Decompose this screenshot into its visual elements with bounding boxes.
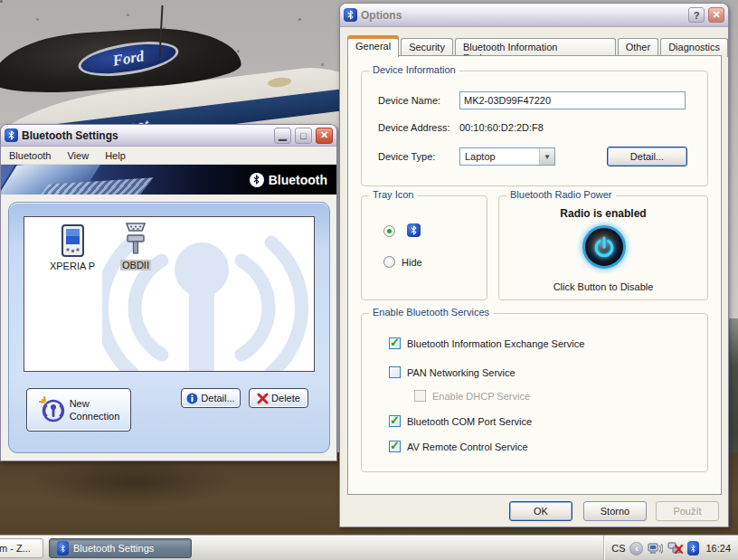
menu-help[interactable]: Help: [97, 150, 134, 161]
device-name-label: Device Name:: [378, 95, 440, 106]
group-legend: Device Information: [369, 64, 459, 75]
system-tray: CS ‹ 16:24: [603, 536, 738, 560]
device-label: XPERIA P: [50, 261, 95, 271]
service-checkbox-com-port[interactable]: [389, 415, 401, 427]
service-checkbox-av-remote[interactable]: [389, 441, 401, 452]
detail-button[interactable]: Detail...: [181, 388, 241, 408]
tab-other[interactable]: Other: [618, 38, 659, 57]
bt-content-panel: XPERIA P OBDII: [8, 202, 330, 453]
collapse-chevron-icon[interactable]: ‹: [629, 542, 643, 555]
tray-show-radio[interactable]: [383, 225, 395, 237]
bluetooth-settings-window: Bluetooth Settings ▁ □ ✕ Bluetooth View …: [0, 124, 337, 461]
bt-titlebar[interactable]: Bluetooth Settings ▁ □ ✕: [1, 125, 336, 147]
obd-adapter-icon: [118, 221, 154, 257]
device-list-area[interactable]: XPERIA P OBDII: [24, 216, 315, 372]
service-checkbox-dhcp: [414, 390, 426, 402]
power-icon: [591, 233, 618, 261]
detail-label: Detail...: [201, 393, 234, 403]
taskbar-button-bluetooth-settings[interactable]: Bluetooth Settings: [49, 538, 192, 558]
hide-label: Hide: [402, 257, 422, 268]
bluetooth-logo-icon: [250, 173, 264, 187]
options-titlebar[interactable]: Options ? ✕: [340, 4, 728, 27]
taskbar-button-partial[interactable]: m - Z...: [0, 538, 43, 558]
tab-bluetooth-information-exchanger[interactable]: Bluetooth Information Exchanger: [455, 38, 616, 57]
new-connection-icon: [38, 395, 67, 424]
language-indicator[interactable]: CS: [611, 543, 625, 554]
desktop: wered by FORD EcoBoost Ford Bluetooth Se…: [0, 0, 738, 560]
tray-icon-group: Tray Icon Hide: [361, 195, 487, 300]
delete-button[interactable]: Delete: [249, 388, 308, 408]
device-information-group: Device Information Device Name: Device A…: [361, 71, 708, 186]
tab-security[interactable]: Security: [401, 38, 453, 57]
bt-window-title: Bluetooth Settings: [22, 129, 270, 142]
service-label: AV Remote Control Service: [407, 441, 528, 452]
service-checkbox-information-exchange[interactable]: [389, 337, 401, 349]
device-obdii[interactable]: OBDII: [104, 221, 167, 271]
options-title: Options: [361, 9, 685, 22]
device-name-input[interactable]: [459, 91, 686, 109]
radio-status-text: Radio is enabled: [499, 207, 707, 220]
device-xperia[interactable]: XPERIA P: [41, 224, 104, 271]
phone-icon: [61, 224, 85, 258]
close-icon[interactable]: ✕: [316, 128, 333, 144]
service-checkbox-pan-networking[interactable]: [389, 366, 401, 378]
service-label: Enable DHCP Service: [432, 391, 530, 402]
tab-page-general: Device Information Device Name: Device A…: [347, 55, 722, 495]
clock[interactable]: 16:24: [704, 543, 731, 554]
new-connection-label: New Connection: [70, 397, 120, 422]
close-icon[interactable]: ✕: [708, 7, 724, 23]
menu-view[interactable]: View: [59, 150, 97, 161]
minimize-icon[interactable]: ▁: [274, 128, 291, 144]
group-legend: Enable Bluetooth Services: [369, 307, 493, 318]
options-tabs: General Security Bluetooth Information E…: [347, 37, 728, 56]
tab-diagnostics[interactable]: Diagnostics: [660, 38, 728, 57]
group-legend: Bluetooth Radio Power: [506, 189, 616, 200]
bluetooth-icon: [344, 8, 357, 22]
tray-hide-radio[interactable]: [383, 256, 395, 268]
banner-brand-text: Bluetooth: [269, 173, 327, 187]
ok-button[interactable]: OK: [509, 501, 572, 521]
service-label: PAN Networking Service: [407, 367, 516, 378]
ford-logo: Ford: [76, 35, 181, 81]
radio-power-button[interactable]: [582, 225, 626, 269]
info-icon: [186, 393, 198, 404]
bt-banner: Bluetooth: [1, 165, 336, 195]
wallpaper-speckles: [0, 0, 3, 3]
wireless-network-icon[interactable]: [648, 542, 663, 555]
service-label: Bluetooth Information Exchange Service: [407, 338, 584, 349]
services-group: Enable Bluetooth Services Bluetooth Info…: [361, 313, 708, 472]
apply-button: Použít: [656, 501, 719, 521]
delete-label: Delete: [271, 393, 300, 403]
cancel-button[interactable]: Storno: [583, 501, 647, 521]
tab-general[interactable]: General: [347, 35, 399, 57]
tray-bluetooth-icon[interactable]: [687, 541, 699, 555]
help-icon[interactable]: ?: [688, 7, 705, 23]
device-label: OBDII: [120, 260, 151, 271]
device-address-value: 00:10:60:D2:2D:F8: [459, 122, 544, 133]
new-connection-button[interactable]: New Connection: [26, 388, 131, 432]
bluetooth-icon: [5, 128, 18, 142]
taskbar: m - Z... Bluetooth Settings CS ‹: [0, 535, 738, 560]
device-type-select[interactable]: Laptop ▼: [459, 147, 555, 166]
delete-x-icon: [257, 393, 269, 404]
device-type-label: Device Type:: [378, 151, 435, 162]
radio-hint-text: Click Button to Disable: [499, 281, 707, 292]
device-address-label: Device Address:: [378, 122, 449, 133]
chevron-down-icon[interactable]: ▼: [539, 148, 554, 165]
group-legend: Tray Icon: [369, 189, 417, 200]
menu-bluetooth[interactable]: Bluetooth: [1, 150, 59, 161]
bluetooth-icon-option: [407, 223, 421, 237]
bluetooth-icon: [57, 541, 69, 555]
radio-power-group: Bluetooth Radio Power Radio is enabled C…: [498, 195, 708, 300]
bt-menubar: Bluetooth View Help: [1, 147, 336, 165]
device-detail-button[interactable]: Detail...: [607, 147, 687, 166]
maximize-icon[interactable]: □: [295, 128, 312, 144]
network-disconnected-icon[interactable]: [667, 542, 683, 555]
service-label: Bluetooth COM Port Service: [407, 416, 532, 427]
options-dialog: Options ? ✕ General Security Bluetooth I…: [339, 3, 729, 527]
